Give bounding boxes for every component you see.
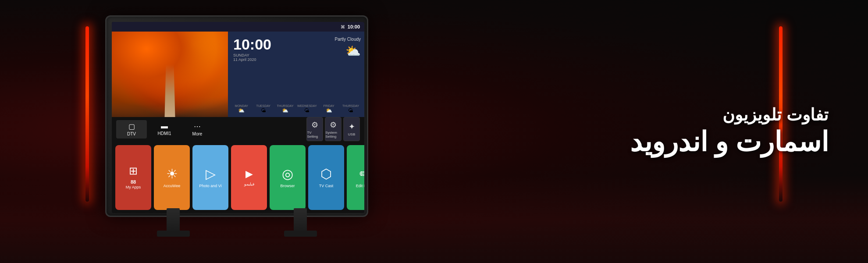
app-my-apps[interactable]: ⊞ 88 My Apps	[115, 145, 151, 210]
app-editmode[interactable]: ✏ Edit Mode	[347, 145, 364, 210]
system-setting-btn[interactable]: ⚙ System Setting	[325, 117, 342, 141]
dtv-icon: ▢	[128, 122, 135, 131]
system-setting-label: System Setting	[325, 131, 341, 139]
forecast-icon-0: ⛅	[231, 107, 252, 114]
source-bar: ▢ DTV ▬ HDMI1 ⋯ More ⚙	[112, 117, 364, 141]
editmode-icon: ✏	[359, 166, 365, 181]
source-dtv[interactable]: ▢ DTV	[116, 120, 147, 139]
forecast-day-5: THURSDAY 🌤	[341, 104, 361, 114]
source-hdmi1[interactable]: ▬ HDMI1	[149, 120, 180, 138]
forecast-icon-4: ⛅	[319, 107, 339, 114]
weather-condition: Partly Cloudy	[335, 37, 361, 42]
filmimo-icon: ▶	[245, 168, 253, 180]
apps-bar: ⊞ 88 My Apps ☀ AccuWee ▷ Photo and Vi ▶	[112, 141, 364, 213]
app-accuwee[interactable]: ☀ AccuWee	[154, 145, 190, 210]
browser-icon: ◎	[282, 166, 293, 181]
hdmi1-label: HDMI1	[157, 131, 171, 136]
persian-line1: تفاوت تلویزیون	[630, 104, 829, 126]
tv-stand-right	[294, 208, 307, 232]
tv-base-right	[284, 231, 317, 237]
weather-icon: ⛅	[335, 44, 361, 58]
tv-setting-label: TV Setting	[307, 131, 323, 139]
forecast-day-2: THURSDAY ⛅	[275, 104, 295, 114]
screen-content: 10:00 SUNDAY 11 April 2020 Partly Cloudy…	[112, 32, 364, 213]
tv-setting-icon: ⚙	[311, 120, 318, 130]
app-tvcast[interactable]: ⬡ TV Cast	[308, 145, 344, 210]
accuwee-label: AccuWee	[164, 184, 180, 188]
forecast-day-3: WEDNESDAY 🌤	[297, 104, 317, 114]
filmimo-label: فیلیمو	[244, 182, 254, 187]
persian-line2: اسمارت و اندروید	[630, 126, 829, 159]
system-setting-icon: ⚙	[330, 120, 337, 130]
photo-icon: ▷	[206, 166, 216, 181]
app-photo[interactable]: ▷ Photo and Vi	[192, 145, 228, 210]
forecast-day-0: MONDAY ⛅	[231, 104, 252, 114]
accuwee-icon: ☀	[166, 166, 178, 181]
tv-setting-btn[interactable]: ⚙ TV Setting	[306, 117, 323, 141]
forecast-icon-5: 🌤	[341, 107, 361, 114]
screen-topbar: ⌘ 10:00	[112, 22, 364, 32]
usb-icon: ✦	[349, 122, 355, 132]
my-apps-icon: ⊞	[129, 165, 138, 177]
forest-image	[112, 32, 228, 117]
forecast-label-2: THURSDAY	[275, 104, 295, 107]
forecast-label-5: THURSDAY	[341, 104, 361, 107]
forecast-day-4: FRIDAY ⛅	[319, 104, 339, 114]
browser-label: Browser	[280, 184, 295, 188]
my-apps-label: My Apps	[126, 185, 141, 190]
my-apps-badge: 88	[131, 179, 136, 185]
photo-label: Photo and Vi	[199, 184, 221, 188]
usb-label: USB	[348, 132, 355, 136]
weather-right: Partly Cloudy ⛅	[335, 37, 361, 58]
screen-time: 10:00	[348, 24, 360, 29]
tv-wrapper: ⌘ 10:00 10:00 SUNDAY 11 April 2020 Partl…	[105, 15, 377, 239]
forecast-label-0: MONDAY	[231, 104, 252, 107]
more-icon: ⋯	[194, 122, 201, 131]
tvcast-label: TV Cast	[319, 184, 334, 188]
forecast-label-1: TUESDAY	[253, 104, 274, 107]
forecast-icon-1: 🌤	[253, 107, 274, 114]
weather-forecast: MONDAY ⛅ TUESDAY 🌤 THURSDAY ⛅ WEDNESD	[231, 104, 361, 114]
source-more[interactable]: ⋯ More	[182, 120, 213, 139]
dtv-label: DTV	[127, 132, 136, 136]
forecast-label-4: FRIDAY	[319, 104, 339, 107]
usb-btn[interactable]: ✦ USB	[343, 117, 360, 141]
tv-screen: ⌘ 10:00 10:00 SUNDAY 11 April 2020 Partl…	[112, 22, 364, 213]
forecast-icon-3: 🌤	[297, 107, 317, 114]
forecast-icon-2: ⛅	[275, 107, 295, 114]
forecast-label-3: WEDNESDAY	[297, 104, 317, 107]
hdmi1-icon: ▬	[161, 122, 168, 130]
forecast-day-1: TUESDAY 🌤	[253, 104, 274, 114]
persian-text-block: تفاوت تلویزیون اسمارت و اندروید	[630, 104, 829, 159]
more-label: More	[192, 132, 203, 136]
app-browser[interactable]: ◎ Browser	[270, 145, 306, 210]
wifi-icon: ⌘	[341, 25, 345, 29]
weather-widget: 10:00 SUNDAY 11 April 2020 Partly Cloudy…	[228, 32, 364, 117]
app-filmimo[interactable]: ▶ فیلیمو	[231, 145, 267, 210]
tv-bezel: ⌘ 10:00 10:00 SUNDAY 11 April 2020 Partl…	[105, 15, 368, 217]
tv-stand-left	[167, 208, 180, 232]
tv-base-left	[157, 231, 190, 237]
tvcast-icon: ⬡	[320, 166, 332, 181]
editmode-label: Edit Mode	[356, 184, 364, 188]
